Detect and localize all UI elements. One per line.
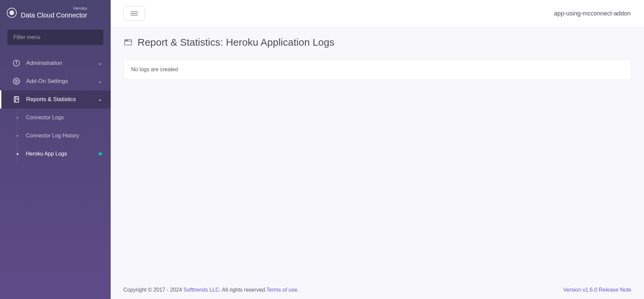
dot-icon [17, 117, 18, 119]
release-note-link[interactable]: Release Note [599, 287, 631, 293]
dot-icon [17, 153, 18, 155]
toggle-sidebar-button[interactable] [123, 6, 145, 21]
main-area: app-using-mcconnect-addon Report & Stati… [111, 0, 644, 299]
svg-point-3 [15, 80, 17, 82]
chevron-down-icon [98, 61, 102, 65]
status-indicator-icon [99, 152, 102, 156]
page-title: Report & Statistics: Heroku Application … [138, 37, 334, 48]
page-title-row: Report & Statistics: Heroku Application … [123, 37, 631, 48]
filter-wrapper [0, 25, 111, 49]
submenu-label: Connector Log History [26, 133, 102, 139]
book-icon [13, 96, 20, 103]
terms-link[interactable]: Terms of use [266, 287, 297, 293]
hamburger-icon [130, 11, 138, 15]
brand-title: Data Cloud Connector [21, 11, 87, 19]
logs-card: No logs are created [123, 59, 631, 80]
copyright-prefix: Copyright © 2017 - 2024 [123, 287, 183, 293]
svg-point-11 [126, 40, 127, 40]
content-area: Report & Statistics: Heroku Application … [111, 27, 644, 281]
submenu-label: Heroku App Logs [26, 151, 99, 157]
brand-text: Heroku Data Cloud Connector [21, 6, 87, 19]
sidebar-item-reports-statistics[interactable]: Reports & Statistics [0, 90, 111, 109]
sidebar-header: Heroku Data Cloud Connector [0, 0, 111, 25]
dot-icon [17, 135, 18, 137]
topbar: app-using-mcconnect-addon [111, 0, 644, 27]
svg-point-2 [16, 61, 17, 62]
footer: Copyright © 2017 - 2024 Softtrends LLC. … [111, 281, 644, 299]
submenu-reports: Connector Logs Connector Log History Her… [0, 109, 111, 163]
chevron-down-icon [98, 79, 102, 83]
logo-icon [7, 8, 17, 18]
rights-text: . All rights reserved. [219, 287, 267, 293]
svg-point-12 [127, 40, 127, 40]
sidebar-item-label: Reports & Statistics [26, 96, 92, 103]
dot-text: . [297, 287, 299, 293]
sidebar-item-label: Add-On Settings [26, 78, 92, 85]
info-icon [13, 59, 20, 67]
gear-icon [13, 78, 20, 85]
app-name-label: app-using-mcconnect-addon [554, 10, 631, 17]
sidebar: Heroku Data Cloud Connector Administrati… [0, 0, 111, 299]
empty-message: No logs are created [131, 67, 624, 73]
submenu-connector-logs[interactable]: Connector Logs [0, 109, 111, 127]
submenu-label: Connector Logs [26, 115, 102, 121]
brand-heroku-label: Heroku [21, 6, 87, 10]
submenu-connector-log-history[interactable]: Connector Log History [0, 127, 111, 145]
version-link[interactable]: Version v1.6.0 [563, 287, 599, 293]
sidebar-item-administration[interactable]: Administration [0, 54, 111, 72]
sidebar-item-addon-settings[interactable]: Add-On Settings [0, 72, 111, 90]
window-icon [123, 38, 133, 47]
chevron-up-icon [98, 97, 102, 101]
svg-point-10 [125, 40, 126, 40]
company-link[interactable]: Softtrends LLC [183, 287, 219, 293]
sidebar-item-label: Administration [26, 60, 92, 67]
filter-menu-input[interactable] [7, 30, 103, 45]
submenu-heroku-app-logs[interactable]: Heroku App Logs [0, 145, 111, 163]
